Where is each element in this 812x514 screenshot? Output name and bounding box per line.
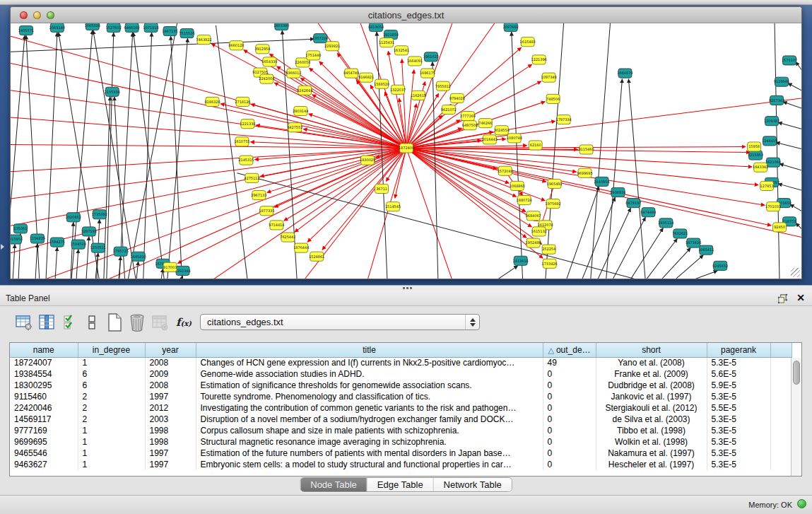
table-cell[interactable]: 0 <box>543 414 596 425</box>
table-cell[interactable]: 6 <box>78 380 145 391</box>
table-row[interactable]: 911546021997Tourette syndrome. Phenomeno… <box>10 391 792 402</box>
graph-node[interactable]: 7463822 <box>196 35 211 45</box>
graph-node[interactable]: 1876444 <box>293 243 309 252</box>
graph-node[interactable]: 1413614 <box>513 256 529 265</box>
graph-node[interactable]: 1250511 <box>90 243 106 252</box>
table-cell[interactable]: Tourette syndrome. Phenomenology and cla… <box>196 391 543 402</box>
table-cell[interactable]: Jankovic et al. (1997) <box>596 391 707 402</box>
graph-node[interactable]: 2242004 <box>259 74 274 83</box>
table-row[interactable]: 946362711997Embryonic stem cells: a mode… <box>10 459 792 470</box>
graph-node[interactable]: 1125431 <box>379 38 394 47</box>
graph-node[interactable]: 1065328 <box>85 23 100 30</box>
table-cell[interactable]: 2 <box>78 414 145 425</box>
table-selector-dropdown[interactable]: citations_edges.txt <box>200 314 480 330</box>
graph-node[interactable]: 8938924 <box>610 187 625 197</box>
table-row[interactable]: 1830029562008Estimation of significance … <box>10 380 792 391</box>
table-cell[interactable] <box>770 414 792 425</box>
trash-icon[interactable] <box>127 313 147 332</box>
graph-node[interactable]: 1952486 <box>526 238 541 247</box>
graph-node[interactable]: 3912954 <box>254 45 270 54</box>
table-cell[interactable]: 1997 <box>145 391 196 402</box>
graph-hub-node[interactable]: 1872400 <box>399 144 414 153</box>
table-cell[interactable]: 1 <box>78 448 145 459</box>
graph-node[interactable]: 9146821 <box>358 73 374 82</box>
table-cell[interactable]: 19384554 <box>10 368 78 380</box>
graph-node[interactable]: 1696175 <box>420 69 435 78</box>
table-cell[interactable]: 1 <box>78 425 145 436</box>
column-header[interactable]: pagerank <box>707 343 770 357</box>
table-cell[interactable]: 2003 <box>145 414 196 425</box>
graph-node[interactable]: 3297588 <box>81 227 97 236</box>
graph-node[interactable]: 2967133 <box>251 190 266 199</box>
table-gear-icon[interactable] <box>14 313 34 332</box>
graph-node[interactable]: 1594275 <box>49 238 65 247</box>
table-cell[interactable]: 0 <box>543 448 596 459</box>
graph-node[interactable]: 8813054 <box>368 23 384 32</box>
graph-node[interactable]: 1209387 <box>764 117 779 126</box>
graph-node[interactable]: 1524861 <box>309 252 324 261</box>
graph-node[interactable]: 1797334 <box>556 115 572 124</box>
graph-node[interactable]: 1735392 <box>92 210 107 219</box>
graph-node[interactable]: 92450 <box>773 223 787 232</box>
graph-node[interactable]: 7955812 <box>435 81 451 90</box>
table-cell[interactable]: 0 <box>543 402 596 414</box>
graph-node[interactable]: 9227343 <box>769 95 784 105</box>
graph-node[interactable]: 9129946 <box>774 77 789 86</box>
graph-node[interactable]: 6497508 <box>462 121 478 130</box>
table-cell[interactable]: 1 <box>78 459 145 470</box>
graph-node[interactable]: 2020652 <box>66 213 81 222</box>
graph-node[interactable]: 1097349 <box>541 73 557 82</box>
table-cell[interactable]: 9699695 <box>10 436 78 448</box>
table-cell[interactable]: 5.3E-5 <box>707 357 770 368</box>
network-view-window[interactable]: citations_edges.txt 14055712069140106532… <box>10 6 802 279</box>
graph-node[interactable]: 1527602 <box>106 23 122 33</box>
table-header-row[interactable]: namein_degreeyeartitle△out_de…shortpager… <box>10 343 792 357</box>
graph-node[interactable]: 1322037 <box>390 85 406 94</box>
graph-node[interactable]: 2145315 <box>238 156 254 165</box>
graph-node[interactable]: 62160 <box>529 141 542 150</box>
graph-node[interactable]: 1615483 <box>520 37 536 47</box>
graph-node[interactable]: 2935114 <box>658 218 673 228</box>
table-cell[interactable]: 49 <box>543 357 596 368</box>
graph-node[interactable]: 9621072 <box>441 105 457 114</box>
graph-node[interactable]: 1632541 <box>394 46 409 55</box>
graph-node[interactable]: 1961023 <box>423 52 439 62</box>
graph-node[interactable]: 1751448 <box>305 51 321 60</box>
column-header[interactable]: year <box>145 343 196 357</box>
graph-node[interactable]: 6879197 <box>625 199 641 208</box>
table-cell[interactable]: Stergiakouli et al. (2012) <box>596 402 707 414</box>
table-cell[interactable]: Embryonic stem cells: a model to study s… <box>196 459 543 470</box>
table-cell[interactable] <box>770 436 792 448</box>
graph-node[interactable]: 1221396 <box>531 55 547 64</box>
graph-node[interactable]: 1156829 <box>30 234 45 243</box>
graph-node[interactable]: 135061 <box>13 224 27 233</box>
graph-node[interactable]: 1667135 <box>163 27 178 36</box>
graph-node[interactable]: 4275112 <box>244 173 259 182</box>
table-cell[interactable]: Yano et al. (2008) <box>596 357 707 368</box>
table-row[interactable]: 969969511998Structural magnetic resonanc… <box>10 436 792 448</box>
graph-node[interactable]: 9242844 <box>297 86 312 95</box>
graph-node[interactable]: 8660128 <box>228 41 244 50</box>
new-document-icon[interactable] <box>105 313 124 332</box>
rows-icon[interactable] <box>82 313 102 332</box>
graph-node[interactable]: 1068860 <box>510 181 525 190</box>
graph-node[interactable]: 9115460 <box>578 145 594 154</box>
table-cell[interactable]: Dudbridge et al. (2008) <box>596 380 707 391</box>
table-cell[interactable]: Franke et al. (2009) <box>596 368 707 380</box>
table-cell[interactable]: Investigating the contribution of common… <box>196 402 543 414</box>
graph-node[interactable]: 1603380 <box>273 23 289 30</box>
table-cell[interactable]: 2008 <box>145 380 196 391</box>
graph-node[interactable]: 1965492 <box>547 179 563 188</box>
graph-node[interactable]: 1664879 <box>617 69 632 78</box>
table-cell[interactable]: 9115460 <box>10 391 78 402</box>
graph-node[interactable]: 252254 <box>542 245 555 254</box>
graph-node[interactable]: 1695810 <box>131 252 146 261</box>
resize-grip-icon[interactable] <box>791 268 800 277</box>
graph-node[interactable]: 1880724 <box>517 196 532 205</box>
graph-node[interactable]: 3215953 <box>748 151 763 160</box>
tab-edge-table[interactable]: Edge Table <box>367 478 434 491</box>
table-cell[interactable] <box>770 368 792 380</box>
graph-node[interactable]: 15958 <box>748 142 761 151</box>
table-cell[interactable]: 5.3E-5 <box>707 414 770 425</box>
tab-node-table[interactable]: Node Table <box>300 478 367 491</box>
